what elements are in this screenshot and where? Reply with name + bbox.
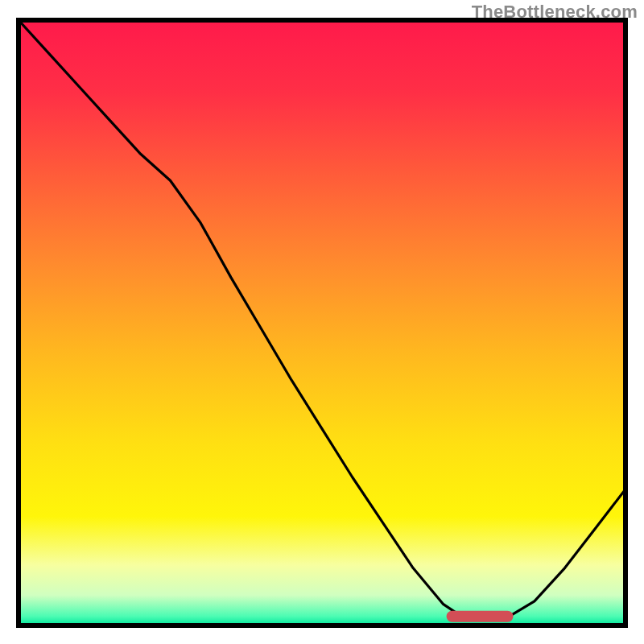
chart-marker <box>447 611 514 622</box>
svg-rect-0 <box>19 20 625 625</box>
plot-area <box>16 18 628 628</box>
chart-svg <box>16 18 628 628</box>
chart-container: TheBottleneck.com <box>0 0 644 644</box>
svg-rect-2 <box>447 611 514 622</box>
chart-background <box>19 20 625 625</box>
